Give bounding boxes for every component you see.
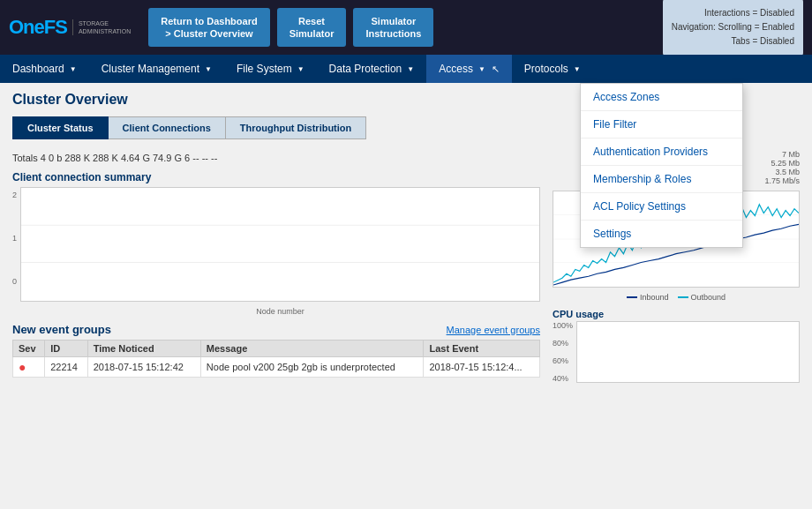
mb-label-1: 7 Mb	[782, 150, 800, 159]
return-dashboard-button[interactable]: Return to Dashboard> Cluster Overview	[148, 8, 269, 48]
row-message: Node pool v200 25gb 2gb is underprotecte…	[200, 357, 424, 378]
events-table: Sev ID Time Noticed Message Last Event ●…	[12, 340, 540, 378]
tab-cluster-status[interactable]: Cluster Status	[12, 116, 109, 139]
nav-access-label: Access	[439, 63, 473, 75]
nav-dashboard-label: Dashboard	[12, 63, 64, 75]
nav-cluster-management-label: Cluster Management	[102, 63, 199, 75]
nav-access-arrow: ▼	[478, 65, 485, 73]
mb-label-3: 3.5 Mb	[775, 168, 800, 176]
dropdown-file-filter[interactable]: File Filter	[581, 111, 742, 138]
nav-cluster-management[interactable]: Cluster Management ▼	[89, 55, 224, 83]
simulator-instructions-button[interactable]: SimulatorInstructions	[353, 8, 433, 48]
nav-file-system-label: File System	[237, 63, 292, 75]
nav-file-system-arrow: ▼	[297, 65, 304, 73]
nav-data-protection-arrow: ▼	[407, 65, 414, 73]
cpu-60: 60%	[553, 356, 573, 365]
logo-area: OneFS STORAGE ADMINISTRATION	[9, 16, 131, 39]
client-connections-chart	[20, 187, 540, 302]
top-bar: OneFS STORAGE ADMINISTRATION Return to D…	[0, 0, 812, 55]
y-label-1: 1	[12, 234, 17, 243]
dropdown-acl-policy-settings[interactable]: ACL Policy Settings	[581, 193, 742, 221]
col-message: Message	[200, 341, 424, 357]
nav-protocols-label: Protocols	[524, 63, 568, 75]
reset-simulator-button[interactable]: ResetSimulator	[277, 8, 347, 48]
legend-inbound-label: Inbound	[640, 293, 669, 302]
info-line1: Interactions = Disabled	[672, 6, 794, 20]
nav-data-protection-label: Data Protection	[329, 63, 402, 75]
events-header: New event groups Manage event groups	[12, 323, 540, 336]
cpu-100: 100%	[553, 321, 573, 330]
cpu-80: 80%	[553, 339, 573, 348]
cpu-section: CPU usage 100% 80% 60% 40%	[553, 309, 800, 392]
nav-dashboard-arrow: ▼	[70, 65, 77, 73]
row-time: 2018-07-15 15:12:42	[87, 357, 200, 378]
y-axis-labels: 2 1 0	[12, 187, 17, 302]
col-id: ID	[45, 341, 88, 357]
manage-events-link[interactable]: Manage event groups	[447, 325, 540, 335]
dropdown-settings[interactable]: Settings	[581, 221, 742, 247]
legend-outbound: Outbound	[678, 293, 726, 302]
nav-protocols-arrow: ▼	[574, 65, 581, 73]
cursor-icon: ↖	[492, 64, 500, 75]
y-label-2: 2	[12, 191, 17, 199]
info-line3: Tabs = Disabled	[672, 34, 794, 49]
logo-sub: STORAGE ADMINISTRATION	[72, 19, 131, 35]
mb-label-4: 1.75 Mb/s	[764, 176, 800, 185]
nav-protocols[interactable]: Protocols ▼	[512, 55, 593, 83]
tab-throughput-distribution[interactable]: Throughput Distribution	[226, 116, 366, 139]
row-sev: ●	[13, 357, 45, 378]
events-title: New event groups	[12, 323, 111, 336]
dropdown-membership-roles[interactable]: Membership & Roles	[581, 166, 742, 193]
cpu-chart	[576, 321, 800, 383]
cpu-40: 40%	[553, 374, 573, 383]
legend-inbound: Inbound	[627, 293, 669, 302]
dropdown-access-zones[interactable]: Access Zones	[581, 84, 742, 111]
nav-file-system[interactable]: File System ▼	[224, 55, 317, 83]
info-line2: Navigation: Scrolling = Enabled	[672, 20, 794, 34]
logo-sub-line2: ADMINISTRATION	[79, 27, 131, 35]
row-id: 22214	[45, 357, 88, 378]
access-dropdown-menu: Access Zones File Filter Authentication …	[580, 83, 743, 248]
nav-access[interactable]: Access ▼ ↖	[426, 55, 512, 83]
logo-sub-line1: STORAGE	[79, 19, 131, 27]
mb-label-2: 5.25 Mb	[771, 159, 800, 168]
client-summary-label: Client connection summary	[12, 171, 540, 183]
nav-cluster-management-arrow: ▼	[205, 65, 212, 73]
dropdown-authentication-providers[interactable]: Authentication Providers	[581, 138, 742, 166]
nav-dashboard[interactable]: Dashboard ▼	[0, 55, 89, 83]
totals-row: Totals 4 0 b 288 K 288 K 4.64 G 74.9 G 6…	[12, 150, 540, 166]
node-number-label: Node number	[20, 307, 540, 316]
top-info: Interactions = Disabled Navigation: Scro…	[663, 0, 803, 56]
legend-outbound-label: Outbound	[691, 293, 726, 302]
left-charts: Totals 4 0 b 288 K 288 K 4.64 G 74.9 G 6…	[12, 150, 540, 392]
cpu-y-labels: 100% 80% 60% 40%	[553, 321, 573, 383]
col-time: Time Noticed	[87, 341, 200, 357]
col-sev: Sev	[13, 341, 45, 357]
throughput-legend: Inbound Outbound	[553, 293, 800, 302]
y-label-0: 0	[12, 277, 17, 286]
table-row: ● 22214 2018-07-15 15:12:42 Node pool v2…	[13, 357, 540, 378]
nav-bar: Dashboard ▼ Cluster Management ▼ File Sy…	[0, 55, 812, 83]
nav-data-protection[interactable]: Data Protection ▼	[317, 55, 427, 83]
col-last-event: Last Event	[424, 341, 540, 357]
row-last-event: 2018-07-15 15:12:4...	[424, 357, 540, 378]
top-buttons: Return to Dashboard> Cluster Overview Re…	[148, 8, 662, 48]
logo-onefs: OneFS	[9, 16, 67, 39]
tab-client-connections[interactable]: Client Connections	[109, 116, 226, 139]
cpu-label: CPU usage	[553, 309, 800, 319]
events-section: New event groups Manage event groups Sev…	[12, 323, 540, 378]
